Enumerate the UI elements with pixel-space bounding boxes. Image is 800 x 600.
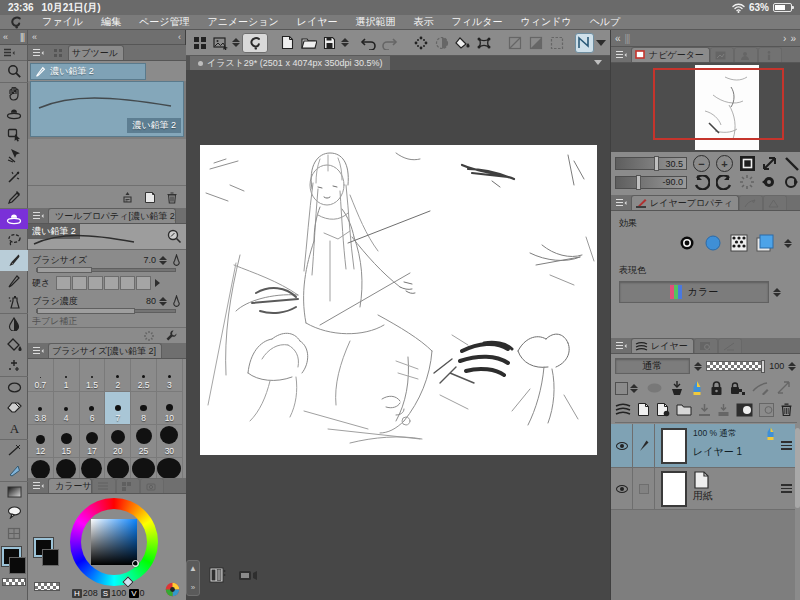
brush-size-cell[interactable]: 4 bbox=[54, 392, 80, 425]
menu-help[interactable]: ヘルプ bbox=[581, 15, 630, 29]
collapse-down-icon[interactable]: » bbox=[191, 583, 195, 592]
layer-name[interactable]: レイヤー 1 bbox=[693, 445, 775, 459]
new-file-icon[interactable] bbox=[278, 33, 297, 53]
panel-menu-icon[interactable] bbox=[613, 197, 629, 208]
navigator-zoom-slider[interactable]: 30.5 bbox=[615, 157, 687, 170]
hand-tool[interactable] bbox=[0, 82, 28, 103]
blend-mode-dropdown[interactable]: 通常 bbox=[615, 358, 690, 374]
layer-list-scrollbar[interactable] bbox=[795, 428, 800, 508]
rotate-ccw-icon[interactable] bbox=[693, 175, 710, 190]
line-correction-tool[interactable] bbox=[0, 439, 28, 460]
panel-menu-icon[interactable] bbox=[30, 345, 46, 356]
brush-size-cell[interactable]: 15 bbox=[54, 425, 80, 458]
delete-layer-icon[interactable] bbox=[780, 402, 793, 417]
brush-density-slider[interactable] bbox=[36, 309, 176, 313]
command-bar-more-icon[interactable] bbox=[596, 40, 606, 46]
sat-value[interactable]: 100 bbox=[111, 588, 126, 598]
tab-timeline[interactable] bbox=[718, 338, 742, 353]
brush-size-cell[interactable]: 25 bbox=[131, 425, 157, 458]
rotate-right-90-icon[interactable] bbox=[783, 174, 799, 190]
eraser-tool[interactable] bbox=[0, 397, 28, 418]
brush-size-cell-selected[interactable]: 7 bbox=[105, 392, 131, 425]
tab-navigator[interactable]: ナビゲーター bbox=[631, 47, 710, 62]
brush-density-value[interactable]: 80 bbox=[146, 296, 156, 306]
app-home-icon[interactable] bbox=[190, 33, 209, 53]
brush-size-cell[interactable]: 40 bbox=[28, 458, 54, 478]
brush-size-cell[interactable]: 50 bbox=[54, 458, 80, 478]
brush-size-cell[interactable]: 3.8 bbox=[28, 392, 54, 425]
layer-color-chip[interactable] bbox=[615, 382, 639, 395]
document-tab[interactable]: イラスト29* (2501 x 4074px 350dpi 30.5%) bbox=[190, 56, 390, 70]
text-tool[interactable]: A bbox=[0, 418, 28, 439]
airbrush-tool[interactable] bbox=[0, 292, 28, 313]
panel-menu-icon[interactable] bbox=[30, 480, 46, 491]
register-initial-icon[interactable] bbox=[121, 191, 134, 204]
zoom-in-icon[interactable]: + bbox=[716, 155, 733, 172]
menu-window[interactable]: ウィンドウ bbox=[511, 15, 580, 29]
tab-list-icon[interactable] bbox=[594, 60, 602, 65]
panel-menu-icon[interactable] bbox=[30, 47, 46, 58]
layer-name[interactable]: 用紙 bbox=[693, 489, 775, 503]
effect-stepper[interactable] bbox=[784, 239, 793, 248]
delete-subtool-icon[interactable] bbox=[166, 191, 178, 204]
brush-size-cell[interactable]: 6 bbox=[80, 392, 106, 425]
operation-tool[interactable] bbox=[0, 208, 28, 229]
lock-transparent-icon[interactable] bbox=[730, 380, 745, 396]
layer-drag-handle[interactable] bbox=[777, 468, 795, 509]
command-stepper[interactable] bbox=[232, 38, 240, 47]
pressure-dynamics-icon[interactable] bbox=[171, 254, 182, 266]
save-file-icon[interactable] bbox=[320, 33, 339, 53]
hue-value[interactable]: 208 bbox=[83, 588, 98, 598]
brush-size-cell[interactable]: 1.5 bbox=[80, 359, 106, 392]
lock-layer-icon[interactable] bbox=[710, 380, 723, 396]
tab-brush-size[interactable]: ブラシサイズ[濃い鉛筆 2] bbox=[48, 343, 162, 358]
save-stepper[interactable] bbox=[341, 38, 349, 47]
reference-layer-icon[interactable] bbox=[646, 382, 663, 394]
set-ruler-icon[interactable] bbox=[752, 381, 769, 395]
val-value[interactable]: 0 bbox=[140, 588, 145, 598]
zoom-tool[interactable] bbox=[0, 61, 28, 82]
layer-thumbnail[interactable] bbox=[661, 471, 687, 507]
brush-density-stepper[interactable] bbox=[159, 297, 168, 306]
menu-selection[interactable]: 選択範囲 bbox=[347, 15, 405, 29]
document-canvas[interactable] bbox=[200, 145, 597, 455]
brush-size-slider[interactable] bbox=[36, 268, 176, 272]
navigator-view-frame[interactable] bbox=[653, 68, 784, 140]
color-wheel-mini-icon[interactable] bbox=[165, 582, 180, 597]
move-tool[interactable] bbox=[0, 103, 28, 124]
layer-thumbnail[interactable] bbox=[661, 428, 687, 464]
subtool-selected-button[interactable]: 濃い鉛筆 2 bbox=[30, 63, 146, 80]
sub-color-swatch[interactable] bbox=[42, 549, 59, 566]
tab-subview[interactable] bbox=[710, 47, 734, 62]
fill-tool[interactable] bbox=[0, 334, 28, 355]
flip-horizontal-icon[interactable] bbox=[762, 156, 778, 172]
effect-layer-color-icon[interactable] bbox=[756, 234, 776, 252]
fit-to-screen-icon[interactable] bbox=[739, 155, 756, 172]
merge-down-icon[interactable] bbox=[717, 403, 730, 417]
transform-mesh-icon[interactable] bbox=[475, 33, 494, 53]
expression-color-stepper[interactable] bbox=[773, 288, 782, 297]
open-file-icon[interactable] bbox=[299, 33, 318, 53]
decoration-tool[interactable] bbox=[0, 355, 28, 376]
draft-layer-icon[interactable] bbox=[691, 380, 703, 396]
layer-row-selected[interactable]: 100 % 通常 レイヤー 1 bbox=[611, 424, 795, 468]
tab-information[interactable] bbox=[758, 47, 782, 62]
layer-mask-icon[interactable] bbox=[736, 403, 753, 417]
layer-edit-target[interactable] bbox=[633, 468, 655, 509]
hardness-expand-icon[interactable] bbox=[155, 279, 160, 287]
brush-size-cell[interactable]: 12 bbox=[28, 425, 54, 458]
brush-size-cell[interactable]: 10 bbox=[157, 392, 183, 425]
camera-view-icon[interactable] bbox=[238, 569, 258, 582]
blend-mode-stepper[interactable] bbox=[694, 362, 703, 371]
collapse-up-icon[interactable]: ▲ bbox=[189, 564, 197, 573]
tab-grip-icon[interactable] bbox=[50, 47, 66, 58]
hardness-options[interactable] bbox=[56, 276, 151, 290]
invert-selection-icon[interactable] bbox=[432, 33, 451, 53]
direct-select-tool[interactable] bbox=[0, 145, 28, 166]
effect-blur-icon[interactable] bbox=[704, 234, 722, 252]
menu-view[interactable]: 表示 bbox=[405, 15, 443, 29]
wrench-settings-icon[interactable] bbox=[165, 329, 178, 342]
panel-menu-icon[interactable] bbox=[613, 340, 629, 351]
menu-file[interactable]: ファイル bbox=[33, 15, 92, 29]
brush-size-cell[interactable]: 70 bbox=[105, 458, 131, 478]
